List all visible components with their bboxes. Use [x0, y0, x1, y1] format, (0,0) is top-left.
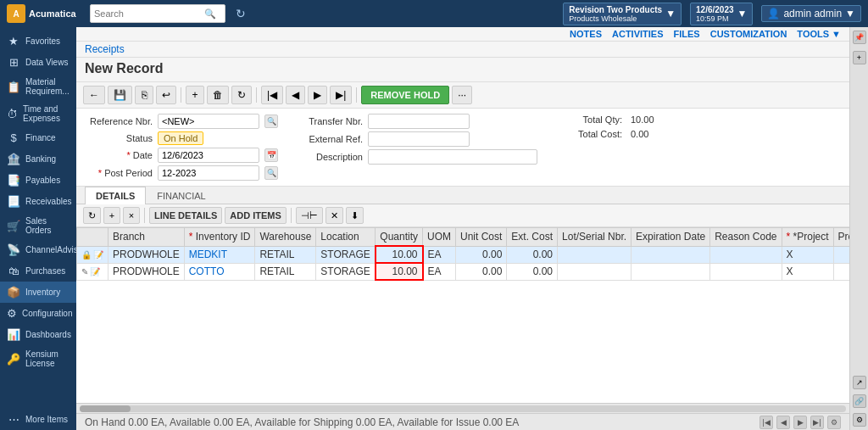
external-ref-input[interactable]: [368, 131, 470, 147]
date-picker-btn[interactable]: 📅: [264, 148, 278, 162]
sidebar-item-sales-orders[interactable]: 🛒 Sales Orders: [0, 212, 76, 239]
sidebar-item-channel-advisor[interactable]: 📡 ChannelAdvisor: [0, 239, 76, 260]
right-panel-share-btn[interactable]: ↗: [853, 376, 866, 389]
date-input[interactable]: [158, 148, 259, 163]
user-menu[interactable]: 👤 admin admin ▼: [761, 5, 861, 22]
row-1-unit-cost[interactable]: 0.00: [456, 246, 507, 263]
save-button[interactable]: 💾: [108, 86, 132, 104]
add-button[interactable]: +: [186, 86, 204, 104]
col-inventory[interactable]: Inventory ID: [184, 228, 255, 247]
right-panel-pin-btn[interactable]: 📌: [853, 31, 866, 44]
copy-button[interactable]: ⎘: [135, 86, 153, 104]
tab-financial[interactable]: FINANCIAL: [146, 187, 216, 204]
sidebar-item-material-req[interactable]: 📋 Material Requirem...: [0, 73, 76, 100]
col-qty[interactable]: Quantity: [376, 228, 423, 247]
grid-fit-btn[interactable]: ⊣⊢: [296, 207, 323, 224]
description-input[interactable]: [368, 149, 537, 165]
datetime-selector[interactable]: 12/6/2023 10:59 PM ▼: [690, 3, 753, 25]
sidebar-item-inventory[interactable]: 📦 Inventory: [0, 282, 76, 303]
hscroll-track[interactable]: [80, 405, 846, 412]
grid-sep-1: [144, 208, 145, 223]
right-panel-link-btn[interactable]: 🔗: [853, 394, 866, 408]
search-input[interactable]: [94, 8, 204, 19]
transfer-nbr-input[interactable]: [368, 114, 470, 129]
scroll-prev-btn[interactable]: ◀: [776, 416, 790, 429]
col-reason[interactable]: Reason Code: [710, 228, 782, 247]
notes-button[interactable]: NOTES: [570, 29, 602, 39]
sidebar-item-kensium[interactable]: 🔑 Kensium License: [0, 345, 76, 372]
sidebar-item-data-views[interactable]: ⊞ Data Views: [0, 52, 76, 73]
col-project[interactable]: *Project: [782, 228, 833, 247]
col-branch[interactable]: Branch: [108, 228, 185, 247]
files-button[interactable]: FILES: [674, 29, 700, 39]
scroll-last-btn[interactable]: ▶|: [810, 416, 824, 429]
remove-hold-button[interactable]: REMOVE HOLD: [361, 86, 449, 104]
right-panel-plus-btn[interactable]: +: [853, 51, 866, 64]
tab-details[interactable]: DETAILS: [85, 187, 146, 204]
last-button[interactable]: ▶|: [330, 86, 352, 104]
row-note-icon[interactable]: 📝: [90, 267, 100, 276]
breadcrumb-link[interactable]: Receipts: [85, 43, 125, 55]
back-button[interactable]: ←: [83, 86, 105, 104]
post-period-lookup-btn[interactable]: 🔍: [264, 166, 278, 180]
sidebar-item-receivables[interactable]: 📃 Receivables: [0, 191, 76, 212]
sidebar-item-dashboards[interactable]: 📊 Dashboards: [0, 324, 76, 345]
next-button[interactable]: ▶: [308, 86, 327, 104]
search-bar[interactable]: 🔍: [90, 4, 225, 23]
scroll-next-btn[interactable]: ▶: [793, 416, 807, 429]
grid-refresh-btn[interactable]: ↻: [83, 207, 101, 224]
delete-button[interactable]: 🗑: [207, 86, 229, 104]
col-unit-cost[interactable]: Unit Cost: [456, 228, 507, 247]
sidebar-item-finance[interactable]: $ Finance: [0, 127, 76, 148]
col-warehouse[interactable]: Warehouse: [255, 228, 316, 247]
refresh-button[interactable]: ↻: [236, 7, 246, 20]
more-actions-button[interactable]: ···: [452, 86, 472, 104]
reference-lookup-btn[interactable]: 🔍: [264, 114, 278, 128]
row-note-icon[interactable]: 📝: [93, 250, 103, 260]
sidebar-item-purchases[interactable]: 🛍 Purchases: [0, 260, 76, 282]
col-location[interactable]: Location: [316, 228, 376, 247]
activities-button[interactable]: ACTIVITIES: [612, 29, 664, 39]
search-icon[interactable]: 🔍: [204, 8, 216, 20]
row-1-qty[interactable]: 10.00: [376, 246, 423, 263]
sidebar-item-configuration[interactable]: ⚙ Configuration: [0, 303, 76, 324]
settings-btn[interactable]: ⚙: [827, 416, 841, 429]
branch-selector[interactable]: Revision Two Products Products Wholesale…: [563, 3, 682, 25]
sidebar-item-banking[interactable]: 🏦 Banking: [0, 148, 76, 170]
hscroll-thumb[interactable]: [80, 405, 131, 412]
scroll-first-btn[interactable]: |◀: [760, 416, 773, 429]
sidebar-item-more[interactable]: ⋯ More Items: [0, 409, 76, 430]
customization-button[interactable]: CUSTOMIZATION: [710, 29, 787, 39]
tools-button[interactable]: TOOLS ▼: [797, 29, 841, 39]
row-2-inventory-link[interactable]: COTTO: [189, 265, 225, 277]
col-lot[interactable]: Lot/Serial Nbr.: [558, 228, 632, 247]
row-2-location: STORAGE: [316, 263, 376, 280]
col-task[interactable]: Project Task: [833, 228, 849, 247]
row-1-inventory-link[interactable]: MEDKIT: [189, 249, 227, 260]
grid-delete-btn[interactable]: ×: [123, 207, 140, 224]
grid-clear-btn[interactable]: ✕: [326, 207, 343, 224]
row-2-unit-cost[interactable]: 0.00: [456, 263, 507, 280]
reference-nbr-input[interactable]: [158, 114, 259, 129]
right-panel-settings-btn[interactable]: ⚙: [853, 413, 866, 427]
hscroll-bar[interactable]: [76, 403, 849, 413]
add-items-btn[interactable]: ADD ITEMS: [225, 207, 287, 224]
undo-button[interactable]: ↩: [156, 86, 176, 104]
sidebar-item-payables[interactable]: 📑 Payables: [0, 170, 76, 191]
prev-button[interactable]: ◀: [286, 86, 305, 104]
refresh-button[interactable]: ↻: [231, 86, 252, 104]
col-uom[interactable]: UOM: [423, 228, 456, 247]
sidebar-item-time-expenses[interactable]: ⏱ Time and Expenses: [0, 100, 76, 127]
post-period-input[interactable]: [158, 165, 259, 181]
grid-add-btn[interactable]: +: [103, 207, 120, 224]
first-button[interactable]: |◀: [261, 86, 283, 104]
col-expiry[interactable]: Expiration Date: [632, 228, 710, 247]
col-ext-cost[interactable]: Ext. Cost: [507, 228, 558, 247]
line-details-btn[interactable]: LINE DETAILS: [149, 207, 222, 224]
row-2-qty[interactable]: 10.00: [376, 263, 423, 280]
row-2-inventory[interactable]: COTTO: [184, 263, 255, 280]
row-1-inventory[interactable]: MEDKIT: [184, 246, 255, 263]
logo-area[interactable]: A Acumatica: [7, 4, 83, 23]
sidebar-item-favorites[interactable]: ★ Favorites: [0, 31, 76, 52]
grid-export-btn[interactable]: ⬇: [346, 207, 364, 224]
